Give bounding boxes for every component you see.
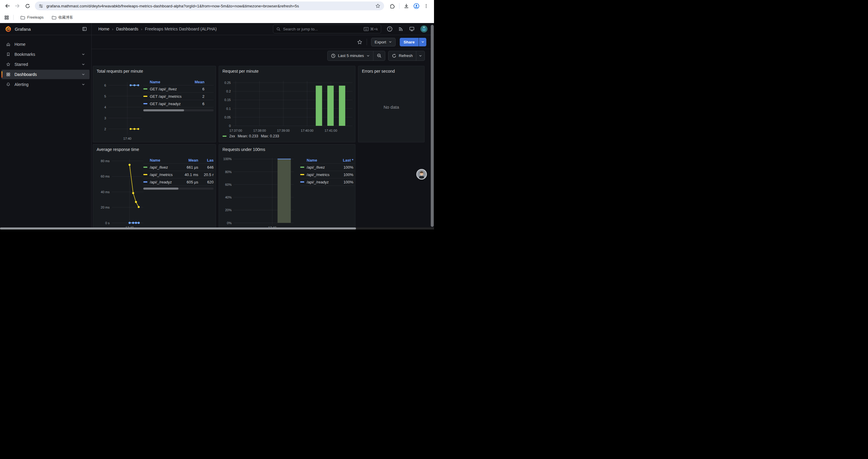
legend-max: Max: 0.233 xyxy=(261,134,279,138)
search-input[interactable]: Search or jump to... ⌘+k xyxy=(273,25,381,33)
series-name[interactable]: /api/_/readyz xyxy=(150,180,179,184)
search-shortcut: ⌘+k xyxy=(364,27,378,31)
app-body: Home Bookmarks Starred Dashboards Alerti… xyxy=(0,35,434,230)
downloads-icon[interactable] xyxy=(404,3,409,9)
chevron-down-icon[interactable] xyxy=(81,52,85,57)
legend-col-header[interactable]: Name xyxy=(150,158,179,162)
panel-request-per-minute[interactable]: Request per minute 0.250.20.150.10.05017… xyxy=(219,66,355,142)
legend-row[interactable]: GET /api/_/livez6 xyxy=(143,85,214,93)
legend-value: 2 xyxy=(190,94,205,99)
legend-scrollbar[interactable] xyxy=(143,188,214,190)
zoom-out-button[interactable] xyxy=(373,51,385,61)
time-range-picker[interactable]: Last 5 minutes xyxy=(328,51,373,61)
series-name[interactable]: GET /api/_/livez xyxy=(150,87,190,91)
bookmark-folder-label: Freeleaps xyxy=(27,15,44,20)
svg-text:80%: 80% xyxy=(225,170,231,174)
legend-row[interactable]: GET /api/_/metrics2 xyxy=(143,93,214,100)
series-name[interactable]: /api/_/metrics xyxy=(307,172,336,177)
legend-row[interactable]: GET /api/_/readyz6 xyxy=(143,100,214,107)
legend-mean: Mean: 0.233 xyxy=(238,134,258,138)
help-icon[interactable]: ? xyxy=(387,26,393,32)
app-header: Grafana Home › Dashboards › Freeleaps Me… xyxy=(0,23,434,35)
export-button[interactable]: Export xyxy=(371,38,396,46)
back-button[interactable] xyxy=(3,1,12,10)
panel-total-requests-per-minute[interactable]: Total requests per minute 6543217:40 Nam… xyxy=(93,66,216,142)
panel-title[interactable]: Errors per second xyxy=(359,66,424,73)
panel-requests-under-100ms[interactable]: Requests under 100ms 100%80%60%40%20%0%1… xyxy=(219,144,355,230)
panel-errors-per-second[interactable]: Errors per second No data xyxy=(358,66,425,142)
url-bar[interactable]: grafana.mathmast.com/d/deytv4rwavabkb/fr… xyxy=(35,1,384,10)
share-dropdown-button[interactable] xyxy=(419,38,426,46)
home-icon xyxy=(6,42,11,47)
series-name[interactable]: /api/_/readyz xyxy=(307,180,336,184)
legend-col-header[interactable]: Name xyxy=(150,80,190,84)
breadcrumb-home[interactable]: Home xyxy=(98,27,109,31)
reload-button[interactable] xyxy=(23,1,32,10)
bookmark-star-icon[interactable] xyxy=(375,3,380,8)
series-name[interactable]: /api/_/metrics xyxy=(150,172,179,177)
legend-row[interactable]: /api/_/readyz100% xyxy=(300,178,354,186)
legend-col-header[interactable]: Last * xyxy=(336,158,353,162)
share-button[interactable]: Share xyxy=(400,38,418,46)
url-text[interactable]: grafana.mathmast.com/d/deytv4rwavabkb/fr… xyxy=(46,4,372,8)
sidebar-item-bookmarks[interactable]: Bookmarks xyxy=(1,50,90,59)
panel-average-response-time[interactable]: Average response time 80 ms60 ms40 ms20 … xyxy=(93,144,216,230)
legend-col-header[interactable]: Las xyxy=(198,158,214,162)
legend-col-header[interactable]: Mean xyxy=(190,80,205,84)
chart-legend[interactable]: 2xx Mean: 0.233 Max: 0.233 xyxy=(222,134,279,138)
refresh-button[interactable]: Refresh xyxy=(389,51,416,61)
search-placeholder: Search or jump to... xyxy=(283,27,361,31)
series-swatch xyxy=(143,103,150,104)
news-rss-icon[interactable] xyxy=(398,26,404,32)
forward-button[interactable] xyxy=(13,1,22,10)
page-vertical-scrollbar[interactable] xyxy=(431,25,434,227)
bookmark-folder-blogs[interactable]: 收藏博客 xyxy=(49,13,75,22)
breadcrumb-dashboards[interactable]: Dashboards xyxy=(116,27,138,31)
extensions-icon[interactable] xyxy=(390,3,395,9)
svg-text:40%: 40% xyxy=(225,196,231,199)
page-horizontal-scrollbar[interactable] xyxy=(0,227,434,230)
legend-col-header[interactable]: Mean xyxy=(179,158,198,162)
profile-avatar-icon[interactable] xyxy=(413,3,420,9)
legend-value: 100% xyxy=(336,172,353,177)
dock-menu-icon[interactable] xyxy=(82,26,87,32)
svg-text:80 ms: 80 ms xyxy=(101,159,110,163)
legend-row[interactable]: /api/_/metrics100% xyxy=(300,171,354,178)
sidebar-item-alerting[interactable]: Alerting xyxy=(1,80,90,89)
browser-menu-icon[interactable] xyxy=(424,4,429,8)
legend-scrollbar[interactable] xyxy=(143,109,214,111)
favorite-star-icon[interactable] xyxy=(357,39,363,45)
browser-action-icons xyxy=(387,3,431,9)
legend-col-header[interactable]: Name xyxy=(307,158,336,162)
chevron-down-icon[interactable] xyxy=(81,62,85,66)
legend-row[interactable]: /api/_/readyz605 µs620 xyxy=(143,178,214,186)
legend-value: 100% xyxy=(336,165,353,169)
grafana-logo[interactable] xyxy=(5,26,11,32)
user-avatar[interactable] xyxy=(420,25,428,33)
legend-row[interactable]: /api/_/livez661 µs646 xyxy=(143,164,214,171)
grid-icon xyxy=(6,72,11,77)
series-name[interactable]: /api/_/livez xyxy=(307,165,336,169)
bookmark-folder-label: 收藏博客 xyxy=(59,15,73,20)
apps-grid-icon[interactable] xyxy=(4,15,9,20)
refresh-interval-dropdown[interactable] xyxy=(416,51,425,61)
breadcrumb: Home › Dashboards › Freeleaps Metrics Da… xyxy=(92,27,217,31)
svg-text:0.15: 0.15 xyxy=(224,98,231,102)
series-swatch xyxy=(143,174,150,175)
bookmark-folder-freeleaps[interactable]: Freeleaps xyxy=(18,13,46,22)
brand-section: Grafana xyxy=(0,23,92,35)
site-settings-icon[interactable] xyxy=(38,4,43,8)
series-name[interactable]: /api/_/livez xyxy=(150,165,179,169)
sidebar-item-home[interactable]: Home xyxy=(1,40,90,49)
series-name[interactable]: GET /api/_/metrics xyxy=(150,94,190,99)
chevron-down-icon[interactable] xyxy=(81,72,85,76)
chevron-down-icon[interactable] xyxy=(81,83,85,87)
sidebar-item-starred[interactable]: Starred xyxy=(1,60,90,69)
legend-row[interactable]: /api/_/metrics40.1 ms20.5 r xyxy=(143,171,214,178)
kiosk-monitor-icon[interactable] xyxy=(409,26,415,32)
share-split-button: Share xyxy=(400,38,426,46)
sidebar-item-dashboards[interactable]: Dashboards xyxy=(1,70,90,79)
assistant-avatar[interactable] xyxy=(416,169,427,179)
legend-row[interactable]: /api/_/livez100% xyxy=(300,164,354,171)
series-name[interactable]: GET /api/_/readyz xyxy=(150,102,190,106)
